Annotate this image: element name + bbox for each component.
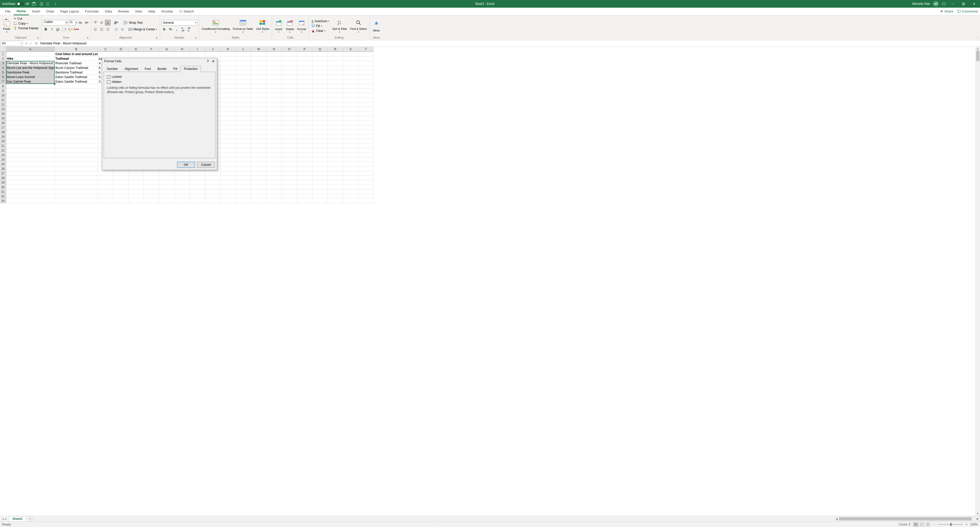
cell-N33[interactable] bbox=[266, 199, 282, 203]
cell-E31[interactable] bbox=[129, 189, 144, 194]
column-header-L[interactable]: L bbox=[236, 47, 251, 52]
cell-T8[interactable] bbox=[358, 84, 374, 89]
orientation-button[interactable]: ab▾ bbox=[113, 20, 119, 25]
cell-N16[interactable] bbox=[266, 121, 282, 125]
cell-H31[interactable] bbox=[175, 189, 190, 194]
row-header-17[interactable]: 17 bbox=[0, 125, 6, 130]
cell-I32[interactable] bbox=[190, 194, 205, 199]
column-header-T[interactable]: T bbox=[358, 47, 374, 52]
cell-N14[interactable] bbox=[266, 111, 282, 116]
cell-R26[interactable] bbox=[328, 167, 343, 171]
qat-dropdown-icon[interactable]: ▾ bbox=[53, 2, 57, 6]
cell-S28[interactable] bbox=[343, 176, 358, 180]
cell-L13[interactable] bbox=[236, 107, 251, 111]
cell-L21[interactable] bbox=[236, 144, 251, 148]
cell-S24[interactable] bbox=[343, 157, 358, 162]
cell-T25[interactable] bbox=[358, 162, 374, 167]
cell-R6[interactable] bbox=[328, 75, 343, 79]
cell-Q13[interactable] bbox=[312, 107, 328, 111]
fill-button[interactable]: Fill▾ bbox=[310, 24, 330, 28]
cell-O29[interactable] bbox=[282, 180, 297, 185]
cell-Q1[interactable] bbox=[312, 52, 328, 56]
cell-K7[interactable] bbox=[221, 79, 236, 84]
cell-R23[interactable] bbox=[328, 153, 343, 157]
cell-A30[interactable] bbox=[6, 185, 55, 189]
cell-M9[interactable] bbox=[251, 89, 266, 93]
cell-S2[interactable] bbox=[343, 56, 358, 61]
save-icon[interactable] bbox=[32, 2, 36, 6]
cell-L32[interactable] bbox=[236, 194, 251, 199]
cell-S8[interactable] bbox=[343, 84, 358, 89]
column-header-M[interactable]: M bbox=[251, 47, 266, 52]
cell-I29[interactable] bbox=[190, 180, 205, 185]
cell-K31[interactable] bbox=[221, 189, 236, 194]
cell-H28[interactable] bbox=[175, 176, 190, 180]
cell-O32[interactable] bbox=[282, 194, 297, 199]
cell-O21[interactable] bbox=[282, 144, 297, 148]
row-header-8[interactable]: 8 bbox=[0, 84, 6, 89]
row-header-7[interactable]: 7 bbox=[0, 79, 6, 84]
row-header-14[interactable]: 14 bbox=[0, 111, 6, 116]
cell-N21[interactable] bbox=[266, 144, 282, 148]
cell-O11[interactable] bbox=[282, 98, 297, 102]
cell-M30[interactable] bbox=[251, 185, 266, 189]
cell-T5[interactable] bbox=[358, 70, 374, 75]
row-header-27[interactable]: 27 bbox=[0, 171, 6, 176]
tab-help[interactable]: Help bbox=[145, 8, 158, 15]
cell-M19[interactable] bbox=[251, 135, 266, 139]
cell-C28[interactable] bbox=[98, 176, 113, 180]
cell-B30[interactable] bbox=[55, 185, 98, 189]
copy-button[interactable]: Copy▾ bbox=[13, 21, 40, 26]
cell-K32[interactable] bbox=[221, 194, 236, 199]
cell-L22[interactable] bbox=[236, 148, 251, 153]
cancel-button[interactable]: Cancel bbox=[197, 162, 215, 168]
cell-L7[interactable] bbox=[236, 79, 251, 84]
cell-S13[interactable] bbox=[343, 107, 358, 111]
cell-B27[interactable] bbox=[55, 171, 98, 176]
page-layout-view-button[interactable] bbox=[919, 522, 924, 527]
column-header-I[interactable]: I bbox=[190, 47, 205, 52]
cell-Q16[interactable] bbox=[312, 121, 328, 125]
cell-Q12[interactable] bbox=[312, 102, 328, 107]
tab-draw[interactable]: Draw bbox=[43, 8, 57, 15]
tab-file[interactable]: File bbox=[2, 8, 14, 15]
cell-K29[interactable] bbox=[221, 180, 236, 185]
cell-C27[interactable] bbox=[98, 171, 113, 176]
cell-R18[interactable] bbox=[328, 130, 343, 135]
cell-I30[interactable] bbox=[190, 185, 205, 189]
cell-B13[interactable] bbox=[55, 107, 98, 111]
cell-C30[interactable] bbox=[98, 185, 113, 189]
cell-K4[interactable] bbox=[221, 65, 236, 70]
cell-S21[interactable] bbox=[343, 144, 358, 148]
cell-A26[interactable] bbox=[6, 167, 55, 171]
cell-Q21[interactable] bbox=[312, 144, 328, 148]
cell-A3[interactable]: Glendale Peak - Mount Hollywood bbox=[6, 61, 55, 65]
cell-Q19[interactable] bbox=[312, 135, 328, 139]
undo-icon[interactable] bbox=[39, 2, 43, 6]
cell-I28[interactable] bbox=[190, 176, 205, 180]
cell-L14[interactable] bbox=[236, 111, 251, 116]
cell-T16[interactable] bbox=[358, 121, 374, 125]
cell-T3[interactable] bbox=[358, 61, 374, 65]
cell-M12[interactable] bbox=[251, 102, 266, 107]
cell-K2[interactable] bbox=[221, 56, 236, 61]
cell-D33[interactable] bbox=[113, 199, 129, 203]
cell-K33[interactable] bbox=[221, 199, 236, 203]
cell-R33[interactable] bbox=[328, 199, 343, 203]
row-header-28[interactable]: 28 bbox=[0, 176, 6, 180]
cell-Q20[interactable] bbox=[312, 139, 328, 144]
cell-K9[interactable] bbox=[221, 89, 236, 93]
cell-Q25[interactable] bbox=[312, 162, 328, 167]
cell-L29[interactable] bbox=[236, 180, 251, 185]
cell-L11[interactable] bbox=[236, 98, 251, 102]
cell-B14[interactable] bbox=[55, 111, 98, 116]
cell-L28[interactable] bbox=[236, 176, 251, 180]
cell-B26[interactable] bbox=[55, 167, 98, 171]
cell-Q31[interactable] bbox=[312, 189, 328, 194]
cell-B18[interactable] bbox=[55, 130, 98, 135]
cell-S15[interactable] bbox=[343, 116, 358, 121]
cell-P17[interactable] bbox=[297, 125, 312, 130]
cell-O16[interactable] bbox=[282, 121, 297, 125]
cell-L31[interactable] bbox=[236, 189, 251, 194]
cell-M15[interactable] bbox=[251, 116, 266, 121]
